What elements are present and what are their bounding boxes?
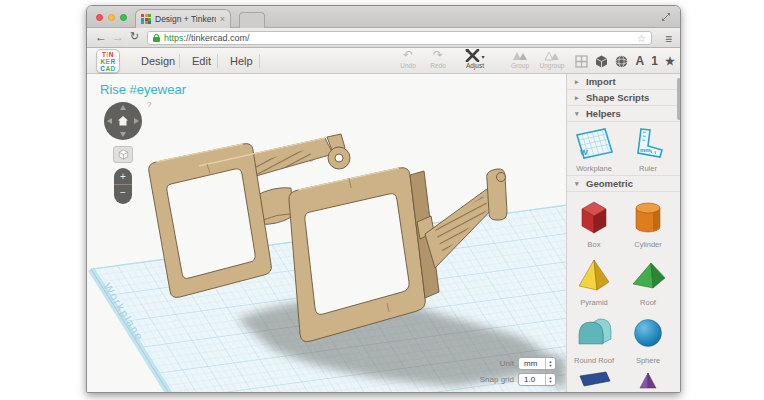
roof-shape-icon	[629, 254, 667, 296]
shape-partial-left[interactable]	[567, 366, 621, 392]
close-window-button[interactable]	[96, 14, 103, 21]
orbit-down-arrow[interactable]	[120, 132, 126, 137]
ungroup-icon	[535, 49, 569, 62]
helper-workplane[interactable]: W Workplane	[567, 122, 621, 175]
undo-icon: ↶	[391, 49, 425, 62]
section-shape-scripts[interactable]: ▸ Shape Scripts	[567, 90, 681, 106]
browser-menu-icon[interactable]: ≡	[665, 32, 672, 46]
solids-cube-icon[interactable]	[595, 55, 608, 68]
shape-library-icon[interactable]	[575, 55, 588, 68]
orbit-control[interactable]	[104, 102, 142, 140]
section-helpers[interactable]: ▾ Helpers	[567, 106, 681, 122]
shape-roof[interactable]: Roof	[621, 250, 675, 308]
cylinder-shape-icon	[629, 196, 667, 238]
browser-window: Design + Tinkercad × ← → ↻ https://tinke…	[86, 5, 681, 393]
round-roof-shape-icon	[575, 312, 613, 354]
tab-title: Design + Tinkercad	[155, 14, 216, 24]
shape-sphere[interactable]: Sphere	[621, 308, 675, 366]
helper-ruler[interactable]: mm Ruler	[621, 122, 675, 175]
back-button[interactable]: ←	[95, 31, 107, 43]
snap-grid-select[interactable]: 1.0 ▴▾	[518, 373, 556, 386]
zoom-out-button[interactable]: −	[114, 185, 132, 202]
logo-letter: R	[110, 58, 115, 65]
letters-category-icon[interactable]: A	[635, 54, 644, 68]
shape-category-bar: A 1 ★	[571, 48, 679, 74]
logo-letter: N	[109, 51, 114, 58]
chevron-down-icon: ▾	[575, 180, 581, 188]
reload-button[interactable]: ↻	[130, 31, 139, 42]
tinkercad-toolbar: T I N K E R C A D Design Edit Help ↶ Und…	[87, 48, 680, 74]
browser-toolbar: ← → ↻ https://tinkercad.com/ ☆ ≡	[87, 28, 680, 48]
new-tab-button[interactable]	[239, 12, 265, 28]
shape-box[interactable]: Box	[567, 192, 621, 250]
redo-icon: ↷	[421, 49, 455, 62]
section-import[interactable]: ▸ Import	[567, 74, 681, 90]
grid-settings: Unit mm ▴▾ Snap grid 1.0 ▴▾	[480, 354, 556, 386]
design-canvas[interactable]: Workplane	[87, 74, 566, 392]
shape-round-roof[interactable]: Round Roof	[567, 308, 621, 366]
eyeglasses-3d-scene[interactable]: Workplane	[87, 74, 566, 393]
stepper-arrows-icon: ▴▾	[545, 358, 555, 369]
partial-cone-icon	[629, 370, 667, 392]
zoom-in-button[interactable]: +	[114, 168, 132, 185]
group-icon	[503, 49, 537, 62]
chevron-down-icon: ▾	[575, 110, 581, 118]
stepper-arrows-icon: ▴▾	[545, 374, 555, 385]
forward-button[interactable]: →	[112, 31, 124, 43]
ungroup-button[interactable]: Ungroup	[535, 49, 569, 69]
fullscreen-icon[interactable]	[661, 12, 671, 22]
minimize-window-button[interactable]	[108, 14, 115, 21]
section-geometric[interactable]: ▾ Geometric	[567, 176, 681, 192]
unit-label: Unit	[500, 359, 514, 368]
menu-help[interactable]: Help	[218, 48, 265, 74]
orbit-left-arrow[interactable]	[107, 118, 112, 124]
zoom-window-button[interactable]	[120, 14, 127, 21]
view-mode-button[interactable]	[113, 146, 133, 163]
undo-button[interactable]: ↶ Undo	[391, 49, 425, 69]
logo-letter: D	[111, 65, 116, 72]
shape-pyramid[interactable]: Pyramid	[567, 250, 621, 308]
url-scheme: https	[164, 33, 184, 43]
sidebar-scrollbar[interactable]	[677, 78, 681, 120]
snap-grid-label: Snap grid	[480, 375, 514, 384]
address-bar[interactable]: https://tinkercad.com/ ☆	[147, 31, 652, 45]
group-button[interactable]: Group	[503, 49, 537, 69]
redo-button[interactable]: ↷ Redo	[421, 49, 455, 69]
zoom-control: + −	[114, 168, 132, 204]
padlock-icon	[153, 34, 160, 42]
box-shape-icon	[575, 196, 613, 238]
symbols-category-icon[interactable]: ★	[665, 55, 675, 68]
design-title: Rise #eyewear	[100, 82, 186, 97]
workplane-helper-icon: W	[573, 126, 615, 162]
pyramid-shape-icon	[575, 254, 613, 296]
adjust-button[interactable]: ▾ Adjust	[455, 49, 495, 69]
sphere-shape-icon	[629, 312, 667, 354]
shape-cylinder[interactable]: Cylinder	[621, 192, 675, 250]
tinkercad-logo[interactable]: T I N K E R C A D	[96, 49, 120, 73]
chevron-right-icon: ▸	[575, 94, 581, 102]
home-view-icon[interactable]	[117, 115, 129, 127]
orbit-right-arrow[interactable]	[134, 118, 139, 124]
sphere-category-icon[interactable]	[615, 55, 628, 68]
svg-text:W: W	[580, 148, 588, 157]
unit-select[interactable]: mm ▴▾	[518, 357, 556, 370]
tinkercad-favicon	[141, 14, 151, 24]
browser-tab[interactable]: Design + Tinkercad ×	[135, 9, 231, 28]
ruler-helper-icon: mm	[629, 126, 667, 162]
adjust-icon: ▾	[455, 49, 495, 62]
svg-text:mm: mm	[640, 147, 651, 153]
view-cube-icon	[118, 149, 129, 160]
partial-shape-icon	[575, 370, 613, 392]
url-text: ://tinkercad.com/	[184, 33, 250, 43]
tab-close-icon[interactable]: ×	[220, 14, 225, 24]
shape-partial-cone[interactable]	[621, 366, 675, 392]
chevron-right-icon: ▸	[575, 78, 581, 86]
numbers-category-icon[interactable]: 1	[651, 54, 658, 68]
bookmark-star-icon[interactable]: ☆	[637, 33, 646, 44]
orbit-up-arrow[interactable]	[120, 105, 126, 110]
help-icon[interactable]: ?	[147, 100, 151, 109]
shapes-sidebar: ▸ Import ▸ Shape Scripts ▾ Helpers W Wor…	[566, 74, 681, 392]
tab-strip: Design + Tinkercad ×	[87, 6, 680, 28]
